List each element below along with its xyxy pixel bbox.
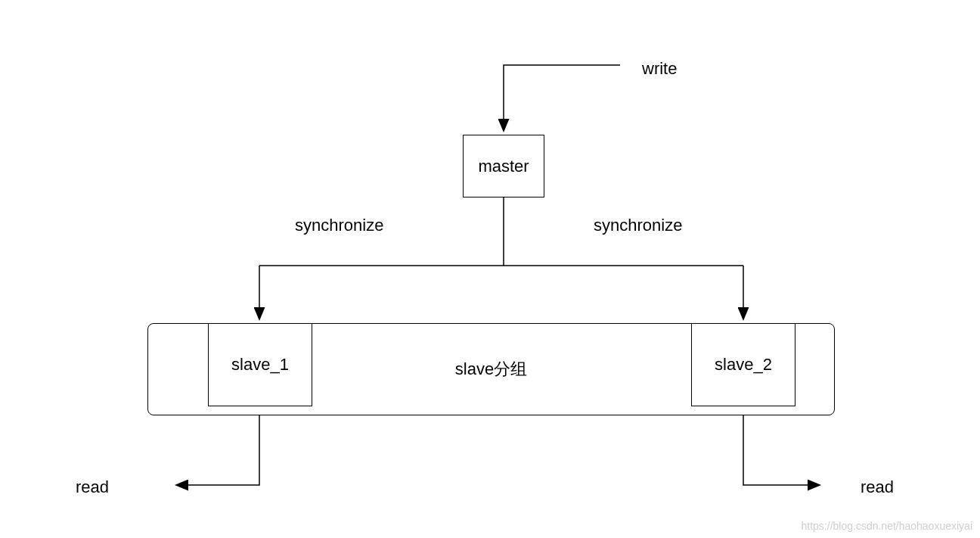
slave-2-label: slave_2: [715, 355, 772, 375]
slave-1-node: slave_1: [208, 323, 312, 406]
slave-group-label: slave分组: [455, 358, 527, 381]
diagram-arrows: [0, 0, 980, 538]
slave-1-label: slave_1: [231, 355, 289, 375]
slave-2-node: slave_2: [691, 323, 795, 406]
write-label: write: [642, 59, 677, 79]
read-right-label: read: [861, 477, 894, 497]
read-left-label: read: [76, 477, 109, 497]
sync-right-label: synchronize: [594, 216, 682, 235]
diagram-container: master slave分组 slave_1 slave_2 write syn…: [0, 0, 980, 538]
watermark: https://blog.csdn.net/haohaoxuexiyai: [802, 520, 973, 532]
sync-left-label: synchronize: [295, 216, 383, 235]
master-label: master: [478, 157, 529, 176]
master-node: master: [463, 135, 544, 197]
